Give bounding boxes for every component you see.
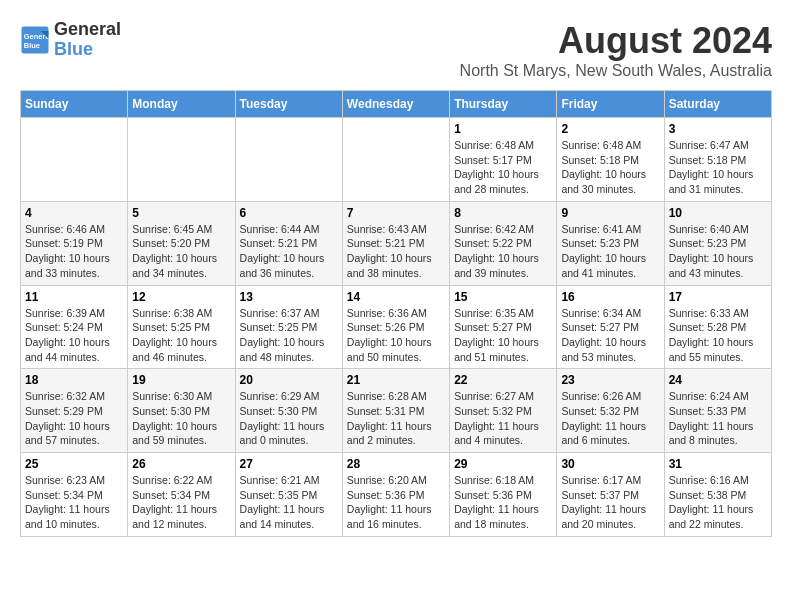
calendar-cell: 24Sunrise: 6:24 AM Sunset: 5:33 PM Dayli… [664, 369, 771, 453]
calendar-cell: 19Sunrise: 6:30 AM Sunset: 5:30 PM Dayli… [128, 369, 235, 453]
day-info: Sunrise: 6:24 AM Sunset: 5:33 PM Dayligh… [669, 389, 767, 448]
day-number: 4 [25, 206, 123, 220]
calendar-cell: 4Sunrise: 6:46 AM Sunset: 5:19 PM Daylig… [21, 201, 128, 285]
day-info: Sunrise: 6:40 AM Sunset: 5:23 PM Dayligh… [669, 222, 767, 281]
day-info: Sunrise: 6:37 AM Sunset: 5:25 PM Dayligh… [240, 306, 338, 365]
day-number: 2 [561, 122, 659, 136]
weekday-header-sunday: Sunday [21, 91, 128, 118]
calendar-cell [128, 118, 235, 202]
day-number: 19 [132, 373, 230, 387]
calendar-week-5: 25Sunrise: 6:23 AM Sunset: 5:34 PM Dayli… [21, 453, 772, 537]
day-number: 9 [561, 206, 659, 220]
day-info: Sunrise: 6:18 AM Sunset: 5:36 PM Dayligh… [454, 473, 552, 532]
day-info: Sunrise: 6:38 AM Sunset: 5:25 PM Dayligh… [132, 306, 230, 365]
day-number: 11 [25, 290, 123, 304]
day-info: Sunrise: 6:30 AM Sunset: 5:30 PM Dayligh… [132, 389, 230, 448]
calendar-cell: 9Sunrise: 6:41 AM Sunset: 5:23 PM Daylig… [557, 201, 664, 285]
calendar-cell: 3Sunrise: 6:47 AM Sunset: 5:18 PM Daylig… [664, 118, 771, 202]
day-number: 18 [25, 373, 123, 387]
day-number: 28 [347, 457, 445, 471]
day-info: Sunrise: 6:44 AM Sunset: 5:21 PM Dayligh… [240, 222, 338, 281]
calendar-week-4: 18Sunrise: 6:32 AM Sunset: 5:29 PM Dayli… [21, 369, 772, 453]
day-number: 12 [132, 290, 230, 304]
day-number: 10 [669, 206, 767, 220]
weekday-header-wednesday: Wednesday [342, 91, 449, 118]
day-info: Sunrise: 6:48 AM Sunset: 5:17 PM Dayligh… [454, 138, 552, 197]
calendar-cell: 27Sunrise: 6:21 AM Sunset: 5:35 PM Dayli… [235, 453, 342, 537]
day-number: 26 [132, 457, 230, 471]
calendar-cell: 17Sunrise: 6:33 AM Sunset: 5:28 PM Dayli… [664, 285, 771, 369]
day-number: 15 [454, 290, 552, 304]
day-info: Sunrise: 6:29 AM Sunset: 5:30 PM Dayligh… [240, 389, 338, 448]
day-number: 29 [454, 457, 552, 471]
day-number: 7 [347, 206, 445, 220]
weekday-header-tuesday: Tuesday [235, 91, 342, 118]
calendar-cell: 29Sunrise: 6:18 AM Sunset: 5:36 PM Dayli… [450, 453, 557, 537]
calendar-cell: 7Sunrise: 6:43 AM Sunset: 5:21 PM Daylig… [342, 201, 449, 285]
day-number: 20 [240, 373, 338, 387]
calendar-cell [342, 118, 449, 202]
weekday-header-monday: Monday [128, 91, 235, 118]
day-number: 21 [347, 373, 445, 387]
month-year: August 2024 [460, 20, 772, 62]
day-number: 27 [240, 457, 338, 471]
calendar-cell [235, 118, 342, 202]
calendar-cell: 20Sunrise: 6:29 AM Sunset: 5:30 PM Dayli… [235, 369, 342, 453]
calendar-cell: 30Sunrise: 6:17 AM Sunset: 5:37 PM Dayli… [557, 453, 664, 537]
calendar-cell: 31Sunrise: 6:16 AM Sunset: 5:38 PM Dayli… [664, 453, 771, 537]
calendar-cell: 13Sunrise: 6:37 AM Sunset: 5:25 PM Dayli… [235, 285, 342, 369]
day-info: Sunrise: 6:23 AM Sunset: 5:34 PM Dayligh… [25, 473, 123, 532]
calendar-cell: 15Sunrise: 6:35 AM Sunset: 5:27 PM Dayli… [450, 285, 557, 369]
calendar-cell: 6Sunrise: 6:44 AM Sunset: 5:21 PM Daylig… [235, 201, 342, 285]
day-number: 16 [561, 290, 659, 304]
day-info: Sunrise: 6:46 AM Sunset: 5:19 PM Dayligh… [25, 222, 123, 281]
day-info: Sunrise: 6:28 AM Sunset: 5:31 PM Dayligh… [347, 389, 445, 448]
day-number: 1 [454, 122, 552, 136]
calendar-cell: 10Sunrise: 6:40 AM Sunset: 5:23 PM Dayli… [664, 201, 771, 285]
day-number: 17 [669, 290, 767, 304]
day-info: Sunrise: 6:27 AM Sunset: 5:32 PM Dayligh… [454, 389, 552, 448]
calendar-cell: 26Sunrise: 6:22 AM Sunset: 5:34 PM Dayli… [128, 453, 235, 537]
day-info: Sunrise: 6:21 AM Sunset: 5:35 PM Dayligh… [240, 473, 338, 532]
day-info: Sunrise: 6:20 AM Sunset: 5:36 PM Dayligh… [347, 473, 445, 532]
day-info: Sunrise: 6:47 AM Sunset: 5:18 PM Dayligh… [669, 138, 767, 197]
calendar-cell [21, 118, 128, 202]
calendar-cell: 14Sunrise: 6:36 AM Sunset: 5:26 PM Dayli… [342, 285, 449, 369]
weekday-header-friday: Friday [557, 91, 664, 118]
day-info: Sunrise: 6:22 AM Sunset: 5:34 PM Dayligh… [132, 473, 230, 532]
day-info: Sunrise: 6:43 AM Sunset: 5:21 PM Dayligh… [347, 222, 445, 281]
calendar-cell: 12Sunrise: 6:38 AM Sunset: 5:25 PM Dayli… [128, 285, 235, 369]
day-number: 13 [240, 290, 338, 304]
day-info: Sunrise: 6:48 AM Sunset: 5:18 PM Dayligh… [561, 138, 659, 197]
day-info: Sunrise: 6:33 AM Sunset: 5:28 PM Dayligh… [669, 306, 767, 365]
day-info: Sunrise: 6:17 AM Sunset: 5:37 PM Dayligh… [561, 473, 659, 532]
calendar-week-1: 1Sunrise: 6:48 AM Sunset: 5:17 PM Daylig… [21, 118, 772, 202]
day-info: Sunrise: 6:39 AM Sunset: 5:24 PM Dayligh… [25, 306, 123, 365]
calendar-cell: 28Sunrise: 6:20 AM Sunset: 5:36 PM Dayli… [342, 453, 449, 537]
day-number: 23 [561, 373, 659, 387]
day-number: 22 [454, 373, 552, 387]
calendar-cell: 16Sunrise: 6:34 AM Sunset: 5:27 PM Dayli… [557, 285, 664, 369]
day-info: Sunrise: 6:36 AM Sunset: 5:26 PM Dayligh… [347, 306, 445, 365]
day-number: 30 [561, 457, 659, 471]
calendar-week-3: 11Sunrise: 6:39 AM Sunset: 5:24 PM Dayli… [21, 285, 772, 369]
day-info: Sunrise: 6:26 AM Sunset: 5:32 PM Dayligh… [561, 389, 659, 448]
title-section: August 2024 North St Marys, New South Wa… [460, 20, 772, 80]
calendar-cell: 25Sunrise: 6:23 AM Sunset: 5:34 PM Dayli… [21, 453, 128, 537]
weekday-header-row: SundayMondayTuesdayWednesdayThursdayFrid… [21, 91, 772, 118]
day-number: 24 [669, 373, 767, 387]
day-number: 5 [132, 206, 230, 220]
calendar-cell: 2Sunrise: 6:48 AM Sunset: 5:18 PM Daylig… [557, 118, 664, 202]
svg-text:Blue: Blue [24, 40, 40, 49]
day-number: 14 [347, 290, 445, 304]
day-number: 8 [454, 206, 552, 220]
day-number: 25 [25, 457, 123, 471]
day-info: Sunrise: 6:45 AM Sunset: 5:20 PM Dayligh… [132, 222, 230, 281]
calendar-week-2: 4Sunrise: 6:46 AM Sunset: 5:19 PM Daylig… [21, 201, 772, 285]
calendar-cell: 5Sunrise: 6:45 AM Sunset: 5:20 PM Daylig… [128, 201, 235, 285]
day-number: 6 [240, 206, 338, 220]
day-number: 3 [669, 122, 767, 136]
day-info: Sunrise: 6:35 AM Sunset: 5:27 PM Dayligh… [454, 306, 552, 365]
day-info: Sunrise: 6:32 AM Sunset: 5:29 PM Dayligh… [25, 389, 123, 448]
logo-text: GeneralBlue [54, 20, 121, 60]
